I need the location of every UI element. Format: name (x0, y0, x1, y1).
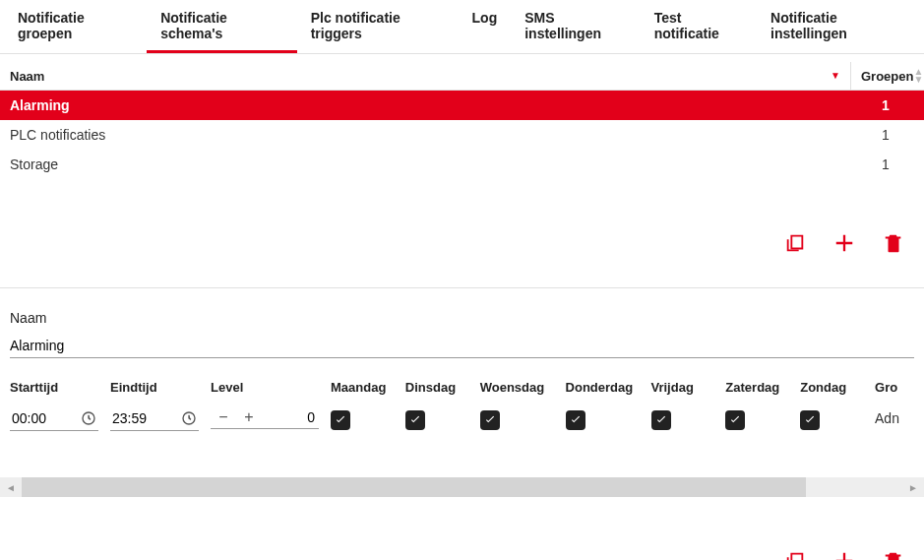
header-dinsdag: Dinsdag (405, 380, 468, 406)
tab-plc-notificatie-triggers[interactable]: Plc notificatie triggers (297, 0, 459, 53)
checkbox-woensdag[interactable] (480, 410, 500, 430)
header-donderdag: Donderdag (566, 380, 640, 406)
tab-log[interactable]: Log (459, 0, 512, 53)
checkbox-vrijdag[interactable] (651, 410, 671, 430)
checkbox-donderdag[interactable] (566, 410, 585, 430)
starttijd-value[interactable] (12, 410, 63, 426)
horizontal-scrollbar[interactable]: ◄ ► (0, 477, 924, 497)
tab-sms-instellingen[interactable]: SMS instellingen (511, 0, 640, 53)
starttijd-input[interactable] (10, 406, 98, 431)
level-increment[interactable]: + (240, 408, 258, 426)
scroll-track[interactable] (22, 477, 902, 497)
cell-naam: Alarming (10, 97, 857, 113)
col-donderdag: Donderdag (566, 380, 640, 434)
header-maandag: Maandag (331, 380, 394, 406)
level-decrement[interactable]: − (215, 408, 232, 426)
header-starttijd: Starttijd (10, 380, 98, 406)
table-row[interactable]: PLC notificaties 1 (0, 120, 924, 150)
copy-icon[interactable] (784, 232, 806, 254)
tab-bar: Notificatie groepen Notificatie schema's… (0, 0, 924, 54)
add-icon[interactable] (833, 550, 855, 560)
checkbox-zaterdag[interactable] (725, 410, 745, 430)
tab-test-notificatie[interactable]: Test notificatie (641, 0, 757, 53)
col-level: Level − + (211, 380, 319, 434)
header-level: Level (211, 380, 319, 406)
header-woensdag: Woensdag (480, 380, 554, 406)
tab-notificatie-schemas[interactable]: Notificatie schema's (147, 0, 297, 53)
groep-overflow-value: Adn (875, 406, 914, 426)
col-zondag: Zondag (800, 380, 863, 434)
naam-input[interactable] (10, 334, 914, 358)
tab-notificatie-instellingen[interactable]: Notificatie instellingen (757, 0, 920, 53)
cell-naam: PLC notificaties (10, 127, 857, 143)
cell-groepen: 1 (857, 127, 914, 143)
col-eindtijd: Eindtijd (110, 380, 199, 434)
scroll-left-button[interactable]: ◄ (0, 477, 22, 497)
eindtijd-value[interactable] (112, 410, 163, 426)
col-woensdag: Woensdag (480, 380, 554, 434)
section-divider (0, 287, 924, 288)
clock-icon[interactable] (181, 410, 197, 426)
column-header-groepen-label: Groepen (861, 69, 913, 84)
header-zondag: Zondag (800, 380, 863, 406)
naam-label: Naam (0, 310, 924, 326)
col-dinsdag: Dinsdag (405, 380, 468, 434)
schedule-actions (0, 536, 924, 560)
level-value[interactable] (266, 409, 315, 425)
tab-notificatie-groepen[interactable]: Notificatie groepen (4, 0, 147, 53)
column-header-naam[interactable]: Naam ▼ (0, 62, 851, 90)
checkbox-maandag[interactable] (331, 410, 350, 430)
clock-icon[interactable] (81, 410, 96, 426)
schema-table-header: Naam ▼ Groepen ▲▼ (0, 62, 924, 91)
header-zaterdag: Zaterdag (725, 380, 788, 406)
header-vrijdag: Vrijdag (651, 380, 714, 406)
col-zaterdag: Zaterdag (725, 380, 788, 434)
header-eindtijd: Eindtijd (110, 380, 199, 406)
header-groep-overflow: Gro (875, 380, 914, 406)
checkbox-dinsdag[interactable] (405, 410, 425, 430)
col-starttijd: Starttijd (10, 380, 98, 434)
column-header-groepen[interactable]: Groepen ▲▼ (851, 62, 924, 90)
column-header-naam-label: Naam (10, 69, 44, 84)
checkbox-zondag[interactable] (800, 410, 820, 430)
scroll-right-button[interactable]: ► (902, 477, 924, 497)
cell-groepen: 1 (857, 97, 914, 113)
schema-table-body: Alarming 1 PLC notificaties 1 Storage 1 (0, 91, 924, 179)
table-row[interactable]: Storage 1 (0, 150, 924, 179)
add-icon[interactable] (833, 232, 855, 254)
cell-naam: Storage (10, 156, 857, 172)
copy-icon[interactable] (784, 550, 806, 560)
schedule-grid: Starttijd Eindtijd Level − + Maandag Din… (0, 380, 924, 434)
cell-groepen: 1 (857, 156, 914, 172)
col-maandag: Maandag (331, 380, 394, 434)
col-groep-overflow: Gro Adn (875, 380, 914, 434)
level-input[interactable]: − + (211, 406, 319, 429)
delete-icon[interactable] (883, 232, 904, 254)
col-vrijdag: Vrijdag (651, 380, 714, 434)
eindtijd-input[interactable] (110, 406, 199, 431)
schema-actions (0, 218, 924, 268)
sort-icon-naam[interactable]: ▼ (831, 72, 840, 80)
scroll-thumb[interactable] (22, 477, 806, 497)
delete-icon[interactable] (883, 550, 904, 560)
table-row[interactable]: Alarming 1 (0, 91, 924, 120)
sort-icon-groepen[interactable]: ▲▼ (913, 68, 923, 84)
